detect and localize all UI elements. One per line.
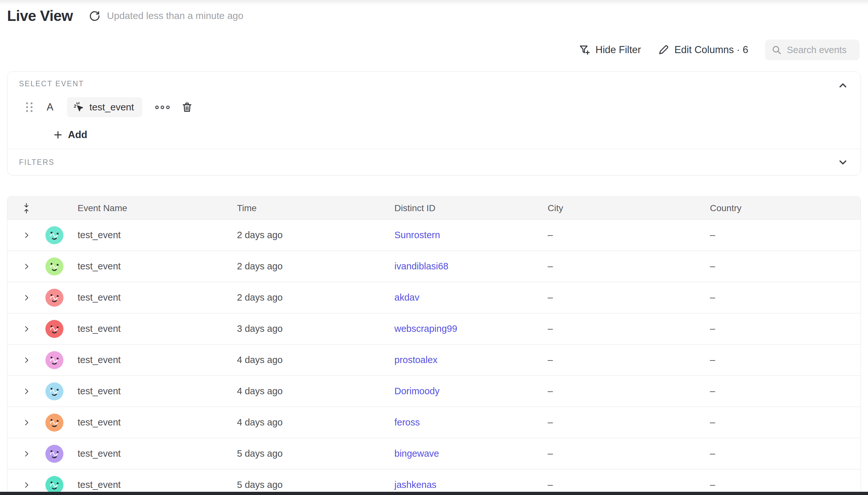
table-row: test_event3 days agowebscraping99–– bbox=[7, 313, 861, 345]
country-cell: – bbox=[710, 386, 861, 396]
page-title: Live View bbox=[7, 7, 73, 24]
distinct-id-link[interactable]: prostoalex bbox=[394, 355, 438, 365]
refresh-button[interactable] bbox=[88, 9, 101, 22]
add-event-button[interactable]: Add bbox=[53, 129, 87, 141]
event-chip-label: test_event bbox=[89, 102, 134, 113]
user-avatar[interactable] bbox=[46, 226, 64, 244]
distinct-id-link[interactable]: feross bbox=[394, 417, 420, 427]
column-header-country[interactable]: Country bbox=[710, 203, 861, 214]
distinct-id-link[interactable]: webscraping99 bbox=[394, 323, 457, 334]
select-event-collapse-button[interactable] bbox=[838, 81, 848, 90]
drag-handle[interactable] bbox=[26, 102, 33, 112]
column-header-distinct-id[interactable]: Distinct ID bbox=[394, 203, 548, 214]
city-cell: – bbox=[548, 448, 710, 459]
plus-icon bbox=[53, 130, 63, 140]
hide-filter-label: Hide Filter bbox=[596, 44, 641, 56]
search-input[interactable] bbox=[787, 45, 851, 55]
table-body: test_event2 days agoSunrostern––test_eve… bbox=[7, 220, 861, 495]
event-name-cell: test_event bbox=[78, 355, 237, 365]
collapse-rows-icon bbox=[22, 203, 30, 214]
row-expand-button[interactable] bbox=[20, 479, 33, 491]
event-options-button[interactable] bbox=[153, 104, 172, 111]
time-cell: 5 days ago bbox=[237, 448, 394, 459]
row-expand-button[interactable] bbox=[20, 323, 33, 335]
trash-icon bbox=[181, 101, 193, 113]
row-expand-button[interactable] bbox=[20, 448, 33, 460]
country-cell: – bbox=[710, 355, 861, 365]
table-row: test_event5 days agojashkenas–– bbox=[7, 470, 861, 495]
row-expand-button[interactable] bbox=[20, 354, 33, 366]
event-name-cell: test_event bbox=[78, 417, 237, 428]
user-avatar[interactable] bbox=[46, 413, 64, 432]
edit-columns-button[interactable]: Edit Columns · 6 bbox=[658, 44, 748, 56]
time-cell: 2 days ago bbox=[237, 261, 394, 272]
chevron-right-icon bbox=[23, 294, 30, 301]
cursor-click-icon bbox=[73, 102, 84, 113]
user-avatar[interactable] bbox=[46, 382, 64, 400]
row-expand-button[interactable] bbox=[20, 416, 33, 429]
table-row: test_event4 days agoDorimoody–– bbox=[7, 376, 861, 407]
row-expand-button[interactable] bbox=[20, 229, 33, 241]
filters-section: FILTERS bbox=[7, 149, 861, 175]
city-cell: – bbox=[548, 355, 710, 365]
event-name-cell: test_event bbox=[78, 448, 237, 459]
city-cell: – bbox=[548, 386, 710, 396]
user-avatar[interactable] bbox=[46, 289, 64, 307]
time-cell: 5 days ago bbox=[237, 480, 394, 490]
event-row: A test_event bbox=[26, 97, 193, 118]
edit-columns-label: Edit Columns · 6 bbox=[675, 44, 748, 56]
chevron-right-icon bbox=[23, 263, 30, 270]
country-cell: – bbox=[710, 417, 861, 428]
time-cell: 3 days ago bbox=[237, 323, 394, 334]
country-cell: – bbox=[710, 480, 861, 490]
chevron-right-icon bbox=[23, 325, 30, 332]
country-cell: – bbox=[710, 323, 861, 334]
distinct-id-link[interactable]: akdav bbox=[394, 292, 419, 303]
search-box[interactable] bbox=[765, 39, 860, 60]
hide-filter-button[interactable]: Hide Filter bbox=[579, 44, 641, 56]
city-cell: – bbox=[548, 292, 710, 303]
time-cell: 4 days ago bbox=[237, 355, 394, 365]
user-avatar[interactable] bbox=[46, 257, 64, 275]
user-avatar[interactable] bbox=[46, 476, 64, 494]
table-row: test_event5 days agobingewave–– bbox=[7, 438, 861, 470]
user-avatar[interactable] bbox=[46, 445, 64, 463]
pencil-icon bbox=[658, 44, 669, 56]
event-chip[interactable]: test_event bbox=[67, 97, 142, 117]
updated-status: Updated less than a minute ago bbox=[107, 10, 243, 21]
toolbar: Hide Filter Edit Columns · 6 bbox=[579, 39, 860, 61]
time-cell: 4 days ago bbox=[237, 417, 394, 428]
row-expand-button[interactable] bbox=[20, 385, 33, 397]
bottom-window-edge bbox=[0, 492, 868, 495]
distinct-id-link[interactable]: bingewave bbox=[394, 448, 439, 459]
top-edge-gradient bbox=[0, 0, 868, 5]
country-cell: – bbox=[710, 292, 861, 303]
user-avatar[interactable] bbox=[46, 351, 64, 369]
chevron-right-icon bbox=[23, 357, 30, 364]
events-table: Event Name Time Distinct ID City Country… bbox=[7, 196, 861, 495]
event-name-cell: test_event bbox=[78, 480, 237, 490]
table-row: test_event4 days agofeross–– bbox=[7, 407, 861, 438]
user-avatar[interactable] bbox=[46, 320, 64, 338]
delete-event-button[interactable] bbox=[181, 101, 193, 113]
event-name-cell: test_event bbox=[78, 230, 237, 240]
distinct-id-link[interactable]: jashkenas bbox=[394, 480, 437, 490]
row-expand-button[interactable] bbox=[20, 292, 33, 304]
country-cell: – bbox=[710, 230, 861, 240]
collapse-all-button[interactable] bbox=[7, 203, 46, 214]
distinct-id-link[interactable]: Sunrostern bbox=[394, 230, 440, 240]
column-header-event-name[interactable]: Event Name bbox=[78, 203, 237, 214]
time-cell: 4 days ago bbox=[237, 386, 394, 396]
column-header-city[interactable]: City bbox=[548, 203, 710, 214]
filters-label: FILTERS bbox=[19, 158, 54, 167]
refresh-icon bbox=[88, 10, 101, 22]
row-expand-button[interactable] bbox=[20, 260, 33, 273]
city-cell: – bbox=[548, 230, 710, 240]
distinct-id-link[interactable]: Dorimoody bbox=[394, 386, 440, 396]
city-cell: – bbox=[548, 480, 710, 490]
column-header-time[interactable]: Time bbox=[237, 203, 394, 214]
select-event-label: SELECT EVENT bbox=[19, 80, 84, 88]
distinct-id-link[interactable]: ivandiblasi68 bbox=[394, 261, 448, 271]
chevron-right-icon bbox=[23, 450, 30, 457]
filters-expand-button[interactable] bbox=[838, 157, 848, 167]
